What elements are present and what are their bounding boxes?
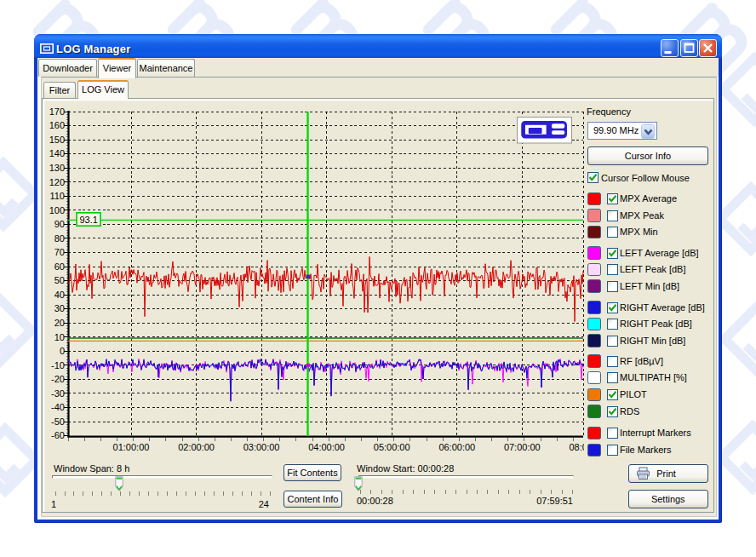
svg-text:-50: -50 [51, 416, 65, 427]
svg-text:10: 10 [54, 332, 65, 342]
svg-text:110: 110 [49, 191, 65, 201]
svg-text:60: 60 [54, 261, 65, 272]
svg-text:0: 0 [60, 346, 65, 356]
svg-text:-10: -10 [51, 360, 65, 370]
svg-text:06:00:00: 06:00:00 [438, 442, 475, 452]
svg-text:01:00:00: 01:00:00 [113, 442, 150, 452]
svg-text:05:00:00: 05:00:00 [374, 442, 410, 452]
svg-text:70: 70 [54, 247, 65, 257]
svg-text:-40: -40 [51, 402, 65, 412]
svg-text:20: 20 [54, 318, 65, 328]
svg-text:07:00:00: 07:00:00 [504, 442, 541, 452]
svg-text:30: 30 [54, 303, 65, 313]
svg-text:40: 40 [54, 290, 65, 300]
svg-text:03:00:00: 03:00:00 [243, 442, 280, 452]
svg-text:-60: -60 [51, 430, 65, 440]
svg-text:08:00:00: 08:00:00 [569, 442, 584, 452]
svg-text:170: 170 [49, 106, 65, 117]
svg-text:04:00:00: 04:00:00 [308, 442, 345, 452]
svg-text:100: 100 [49, 205, 65, 215]
svg-text:-20: -20 [51, 374, 65, 384]
svg-text:150: 150 [49, 135, 65, 145]
svg-text:02:00:00: 02:00:00 [178, 442, 215, 452]
svg-text:160: 160 [49, 120, 65, 130]
svg-text:80: 80 [54, 233, 65, 244]
svg-text:-30: -30 [51, 388, 65, 399]
svg-text:90: 90 [54, 219, 65, 229]
svg-text:130: 130 [49, 163, 65, 173]
svg-text:120: 120 [49, 177, 65, 187]
svg-text:50: 50 [54, 275, 65, 285]
svg-text:93.1: 93.1 [80, 215, 98, 225]
svg-text:140: 140 [49, 148, 65, 158]
